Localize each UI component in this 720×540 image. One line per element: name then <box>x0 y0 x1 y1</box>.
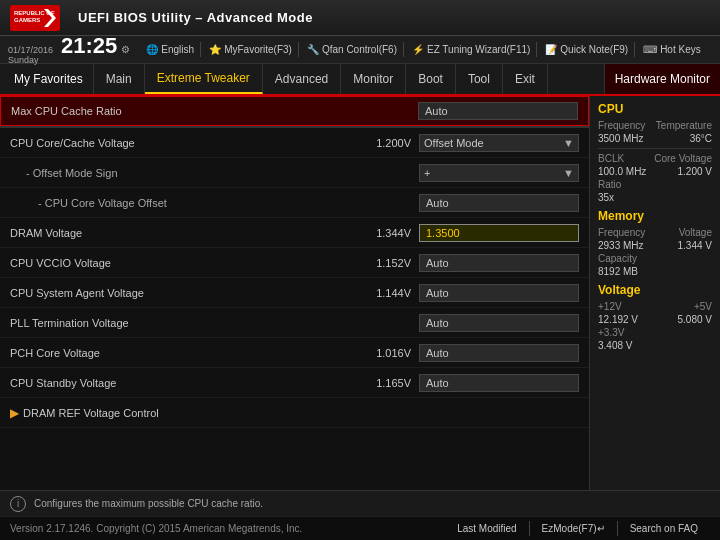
setting-input-cpu-vccio-voltage[interactable]: Auto <box>419 254 579 272</box>
setting-dropdown-offset-mode-sign[interactable]: + ▼ <box>419 164 579 182</box>
hw-5v-value: 5.080 V <box>678 314 712 325</box>
hw-monitor-nav: Hardware Monitor <box>604 64 720 94</box>
hw-5v-label: +5V <box>694 301 712 312</box>
setting-label-cpu-core-cache-voltage: CPU Core/Cache Voltage <box>10 137 361 149</box>
keyboard-icon: ⌨ <box>643 44 657 55</box>
setting-label-cpu-vccio-voltage: CPU VCCIO Voltage <box>10 257 361 269</box>
setting-label-cpu-core-voltage-offset: - CPU Core Voltage Offset <box>10 197 419 209</box>
hw-33v-label: +3.3V <box>598 327 624 338</box>
hw-cpu-title: CPU <box>598 102 712 116</box>
setting-cpu-vccio-voltage[interactable]: CPU VCCIO Voltage 1.152V Auto <box>0 248 589 278</box>
toolbar-hotkeys[interactable]: ⌨ Hot Keys <box>637 42 707 57</box>
setting-pch-core-voltage[interactable]: PCH Core Voltage 1.016V Auto <box>0 338 589 368</box>
setting-max-cpu-cache-ratio[interactable]: Max CPU Cache Ratio Auto <box>0 96 589 126</box>
setting-cpu-standby-voltage[interactable]: CPU Standby Voltage 1.165V Auto <box>0 368 589 398</box>
dropdown-arrow-icon: ▼ <box>563 137 574 149</box>
hw-33v-value: 3.408 V <box>598 340 632 351</box>
hw-mem-cap-label-row: Capacity <box>598 253 712 264</box>
hw-mem-cap-value: 8192 MB <box>598 266 638 277</box>
setting-label-cpu-standby-voltage: CPU Standby Voltage <box>10 377 361 389</box>
hw-core-voltage-value: 1.200 V <box>678 166 712 177</box>
toolbar-qfan[interactable]: 🔧 Qfan Control(F6) <box>301 42 404 57</box>
setting-dram-ref-voltage[interactable]: ▶ DRAM REF Voltage Control <box>0 398 589 428</box>
setting-label-pll-termination-voltage: PLL Termination Voltage <box>10 317 419 329</box>
hw-memory-title: Memory <box>598 209 712 223</box>
setting-input-pll-termination-voltage[interactable]: Auto <box>419 314 579 332</box>
setting-value-dram-voltage: 1.344V <box>361 227 411 239</box>
hw-bclk-value: 100.0 MHz <box>598 166 646 177</box>
setting-input-cpu-core-voltage-offset[interactable]: Auto <box>419 194 579 212</box>
footer-last-modified[interactable]: Last Modified <box>445 521 528 536</box>
nav-tool[interactable]: Tool <box>456 64 503 94</box>
rog-logo: REPUBLIC OF GAMERS <box>10 5 66 31</box>
hw-12v-value: 12.192 V <box>598 314 638 325</box>
nav-my-favorites[interactable]: My Favorites <box>4 64 94 94</box>
hw-divider-1 <box>598 148 712 149</box>
setting-cpu-core-voltage-offset[interactable]: - CPU Core Voltage Offset Auto <box>0 188 589 218</box>
hw-mem-cap-val-row: 8192 MB <box>598 266 712 277</box>
status-bar: i Configures the maximum possible CPU ca… <box>0 490 720 516</box>
note-icon: 📝 <box>545 44 557 55</box>
hw-mem-voltage-label: Voltage <box>679 227 712 238</box>
toolbar-date: 01/17/2016 Sunday <box>8 45 53 65</box>
footer: Version 2.17.1246. Copyright (C) 2015 Am… <box>0 516 720 540</box>
setting-label-dram-ref-voltage: DRAM REF Voltage Control <box>23 407 579 419</box>
toolbar-english[interactable]: 🌐 English <box>140 42 201 57</box>
hw-core-voltage-label: Core Voltage <box>654 153 712 164</box>
hw-mem-cap-label: Capacity <box>598 253 637 264</box>
hw-bclk-label-row: BCLK Core Voltage <box>598 153 712 164</box>
setting-value-cpu-core-cache-voltage: 1.200V <box>361 137 411 149</box>
hw-monitor-panel: CPU Frequency Temperature 3500 MHz 36°C … <box>590 96 720 490</box>
setting-cpu-system-agent-voltage[interactable]: CPU System Agent Voltage 1.144V Auto <box>0 278 589 308</box>
setting-dram-voltage[interactable]: DRAM Voltage 1.344V 1.3500 <box>0 218 589 248</box>
footer-copyright: Version 2.17.1246. Copyright (C) 2015 Am… <box>10 523 302 534</box>
toolbar-time: 21:25 <box>61 35 117 57</box>
hw-cpu-freq-value: 3500 MHz <box>598 133 644 144</box>
setting-input-cpu-standby-voltage[interactable]: Auto <box>419 374 579 392</box>
setting-dropdown-cpu-core-cache-voltage[interactable]: Offset Mode ▼ <box>419 134 579 152</box>
gear-icon[interactable]: ⚙ <box>121 44 130 55</box>
setting-label-offset-mode-sign: - Offset Mode Sign <box>10 167 419 179</box>
toolbar: 01/17/2016 Sunday 21:25 ⚙ 🌐 English ⭐ My… <box>0 36 720 64</box>
submenu-arrow-icon: ▶ <box>10 406 19 420</box>
header-bar: REPUBLIC OF GAMERS UEFI BIOS Utility – A… <box>0 0 720 36</box>
hw-33v-val-row: 3.408 V <box>598 340 712 351</box>
hw-mem-freq-val-row: 2933 MHz 1.344 V <box>598 240 712 251</box>
datetime-section: 01/17/2016 Sunday 21:25 ⚙ <box>8 35 130 65</box>
hw-12v-val-row: 12.192 V 5.080 V <box>598 314 712 325</box>
setting-value-cpu-standby-voltage: 1.165V <box>361 377 411 389</box>
setting-offset-mode-sign[interactable]: - Offset Mode Sign + ▼ <box>0 158 589 188</box>
ez-icon: ⚡ <box>412 44 424 55</box>
hw-12v-label-row: +12V +5V <box>598 301 712 312</box>
hw-ratio-value: 35x <box>598 192 614 203</box>
hw-mem-freq-label: Frequency <box>598 227 645 238</box>
footer-buttons: Last Modified EzMode(F7)↵ Search on FAQ <box>445 521 710 536</box>
toolbar-quicknote[interactable]: 📝 Quick Note(F9) <box>539 42 635 57</box>
setting-pll-termination-voltage[interactable]: PLL Termination Voltage Auto <box>0 308 589 338</box>
hw-cpu-temp-value: 36°C <box>690 133 712 144</box>
status-text: Configures the maximum possible CPU cach… <box>34 498 263 509</box>
nav-boot[interactable]: Boot <box>406 64 456 94</box>
setting-input-cpu-system-agent-voltage[interactable]: Auto <box>419 284 579 302</box>
toolbar-eztuning[interactable]: ⚡ EZ Tuning Wizard(F11) <box>406 42 537 57</box>
header-title: UEFI BIOS Utility – Advanced Mode <box>78 10 313 25</box>
nav-main[interactable]: Main <box>94 64 145 94</box>
setting-label-dram-voltage: DRAM Voltage <box>10 227 361 239</box>
hw-bclk-val-row: 100.0 MHz 1.200 V <box>598 166 712 177</box>
hw-ratio-label: Ratio <box>598 179 621 190</box>
setting-input-pch-core-voltage[interactable]: Auto <box>419 344 579 362</box>
hw-voltage-title: Voltage <box>598 283 712 297</box>
footer-search-faq[interactable]: Search on FAQ <box>617 521 710 536</box>
setting-cpu-core-cache-voltage[interactable]: CPU Core/Cache Voltage 1.200V Offset Mod… <box>0 128 589 158</box>
setting-input-max-cpu-cache-ratio[interactable]: Auto <box>418 102 578 120</box>
nav-extreme-tweaker[interactable]: Extreme Tweaker <box>145 64 263 94</box>
nav-monitor[interactable]: Monitor <box>341 64 406 94</box>
footer-ez-mode[interactable]: EzMode(F7)↵ <box>529 521 617 536</box>
hw-ratio-val-row: 35x <box>598 192 712 203</box>
settings-panel: Max CPU Cache Ratio Auto CPU Core/Cache … <box>0 96 590 490</box>
nav-exit[interactable]: Exit <box>503 64 548 94</box>
hw-mem-voltage-value: 1.344 V <box>678 240 712 251</box>
nav-advanced[interactable]: Advanced <box>263 64 341 94</box>
setting-input-dram-voltage[interactable]: 1.3500 <box>419 224 579 242</box>
toolbar-myfavorite[interactable]: ⭐ MyFavorite(F3) <box>203 42 299 57</box>
